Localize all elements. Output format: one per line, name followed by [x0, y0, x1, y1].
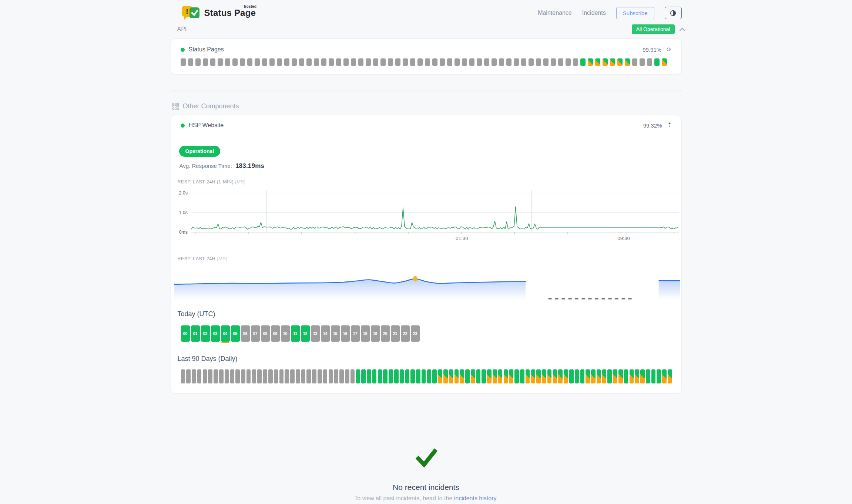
uptime-day-bar: [460, 369, 464, 383]
refresh-icon[interactable]: ⟳: [667, 47, 671, 53]
logo[interactable]: ! hosted Status Page: [181, 5, 256, 21]
uptime-day-bar: [230, 369, 235, 383]
uptime-day-bar: [624, 369, 628, 383]
hour-cell-22: 22: [401, 325, 410, 342]
uptime-day-bar: [603, 58, 608, 66]
status-page: ! hosted Status Page Maintenance Inciden…: [171, 0, 682, 502]
uptime-day-bar: [314, 58, 319, 66]
uptime-day-bar: [417, 58, 423, 66]
hour-cell-23: 23: [411, 325, 420, 342]
uptime-day-bar: [564, 369, 568, 383]
uptime-day-bar: [607, 369, 612, 383]
collapse-arrow-icon[interactable]: [667, 122, 672, 129]
uptime-day-bar: [195, 58, 201, 66]
hour-cell-13: 13: [311, 325, 320, 342]
uptime-day-bar: [551, 58, 556, 66]
chevron-up-icon[interactable]: [679, 27, 685, 31]
uptime-day-bar: [405, 369, 410, 383]
nav-maintenance[interactable]: Maintenance: [538, 10, 572, 16]
svg-text:!: !: [186, 7, 188, 16]
hour-cell-01: 01: [191, 325, 200, 342]
hour-cell-02: 02: [201, 325, 210, 342]
subscribe-button[interactable]: Subscribe: [616, 7, 654, 19]
uptime-day-bar: [662, 369, 667, 383]
uptime-day-bar: [543, 58, 549, 66]
uptime-day-bar: [597, 369, 601, 383]
uptime-day-bar: [566, 58, 571, 66]
other-components-title: Other Components: [183, 102, 239, 110]
uptime-day-bar: [410, 369, 415, 383]
incidents-history-link[interactable]: incidents history: [454, 495, 496, 501]
logo-title: hosted Status Page: [204, 8, 256, 18]
uptime-day-bar: [358, 58, 363, 66]
component-name: Status Pages: [189, 46, 224, 53]
uptime-day-bar: [181, 369, 185, 383]
uptime-day-bar: [575, 369, 579, 383]
uptime-day-bar: [214, 369, 218, 383]
svg-text:09:30: 09:30: [617, 236, 630, 241]
uptime-day-bar: [536, 369, 541, 383]
uptime-day-bar: [240, 58, 245, 66]
uptime-day-bar: [351, 58, 356, 66]
uptime-day-bar: [492, 58, 497, 66]
uptime-day-bar: [476, 369, 481, 383]
chart2-unit: (MS): [217, 256, 228, 261]
uptime-day-bar: [356, 369, 360, 383]
main-nav: Maintenance Incidents Subscribe: [538, 7, 681, 19]
uptime-day-bar: [395, 58, 400, 66]
component-status-pages[interactable]: Status Pages: [181, 46, 224, 53]
uptime-day-bar: [547, 369, 552, 383]
uptime-day-bar: [586, 369, 590, 383]
uptime-day-bar: [484, 58, 489, 66]
uptime-day-bar: [262, 58, 267, 66]
hour-cell-15: 15: [331, 325, 340, 342]
uptime-day-bar: [514, 58, 519, 66]
uptime-day-bar: [610, 58, 615, 66]
component-name: HSP Website: [189, 122, 224, 129]
uptime-day-bar: [372, 369, 377, 383]
uptime-day-bar: [520, 369, 524, 383]
uptime-day-bar: [640, 58, 645, 66]
uptime-day-bar: [595, 58, 600, 66]
chart1-svg: 2.0s1.0s0ms01:3009:30: [172, 188, 679, 244]
uptime-day-bar: [625, 58, 630, 66]
uptime-day-bar: [553, 369, 557, 383]
nav-incidents[interactable]: Incidents: [582, 10, 606, 16]
uptime-block: 99.91% ⟳: [643, 47, 671, 53]
uptime-day-bar: [219, 369, 224, 383]
uptime-day-bar: [498, 369, 503, 383]
uptime-block: 99.32%: [643, 122, 672, 129]
chart2-label-text: RESP. LAST 24H: [178, 256, 215, 261]
chart1-label: RESP. LAST 24H (1-MIN) (MS): [178, 179, 681, 185]
hour-cell-17: 17: [351, 325, 360, 342]
uptime-day-bar: [285, 369, 289, 383]
hour-cell-06: 06: [241, 325, 250, 342]
uptime-day-bar: [321, 58, 326, 66]
uptime-day-bar: [654, 58, 660, 66]
component-card-hsp-website: HSP Website 99.32% Operational Avg. Resp…: [171, 115, 682, 393]
uptime-day-bar: [640, 369, 645, 383]
uptime-day-bar: [197, 369, 202, 383]
uptime-day-bar: [514, 369, 519, 383]
uptime-day-bar: [277, 58, 282, 66]
uptime-day-bar: [662, 58, 667, 66]
uptime-day-bar: [635, 369, 639, 383]
avg-response-row: Avg. Response Time: 183.19ms: [180, 162, 681, 170]
uptime-day-bar: [318, 369, 322, 383]
uptime-day-bar: [416, 369, 420, 383]
response-trend-area-chart: [174, 266, 681, 303]
uptime-day-bar: [339, 369, 344, 383]
theme-toggle-button[interactable]: [665, 7, 682, 19]
uptime-day-bar: [269, 58, 275, 66]
half-circle-theme-icon: [670, 10, 676, 16]
component-card-status-pages: Status Pages 99.91% ⟳: [171, 38, 682, 74]
overall-status: All Operational: [632, 24, 685, 34]
component-hsp-website[interactable]: HSP Website: [181, 122, 224, 129]
uptime-day-bar: [410, 58, 415, 66]
svg-text:2.0s: 2.0s: [179, 190, 188, 196]
uptime-day-bar: [602, 369, 607, 383]
svg-text:01:30: 01:30: [456, 236, 468, 241]
uptime-day-bar: [509, 369, 513, 383]
uptime-day-bar: [449, 369, 453, 383]
overall-status-badge[interactable]: All Operational: [632, 24, 675, 34]
